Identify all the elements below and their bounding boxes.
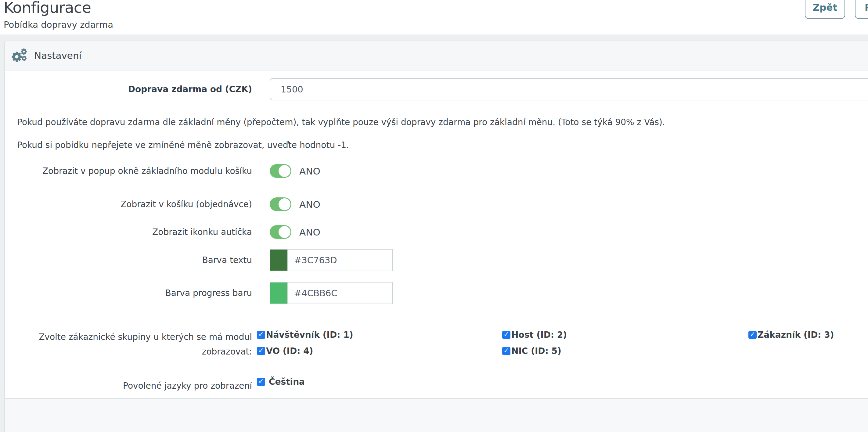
form-row-text-color: Barva textu — [5, 249, 868, 271]
progressbar-color-swatch — [270, 282, 288, 304]
progressbar-color-label: Barva progress baru — [5, 286, 252, 300]
progressbar-color-value-input[interactable] — [288, 282, 406, 304]
gears-icon — [11, 48, 27, 63]
checkbox-checked-icon[interactable]: ✓ — [257, 347, 265, 355]
panel-body: Doprava zdarma od (CZK) Pokud používáte … — [5, 70, 868, 398]
toggle-knob — [279, 165, 290, 177]
settings-panel: Nastavení Doprava zdarma od (CZK) Pokud … — [4, 40, 868, 432]
customer-groups-label: Zvolte zákaznické skupiny u kterých se m… — [5, 328, 252, 359]
page-title: Konfigurace — [4, 0, 91, 17]
show-cart-label: Zobrazit v košíku (objednávce) — [5, 198, 252, 211]
page-header: Konfigurace Pobídka dopravy zdarma Zpět … — [0, 0, 868, 34]
text-color-value-input[interactable] — [288, 250, 406, 271]
form-row-show-popup: Zobrazit v popup okně základního modulu … — [5, 164, 868, 178]
form-row-shipping-amount: Doprava zdarma od (CZK) — [5, 78, 868, 100]
form-row-customer-groups: Zvolte zákaznické skupiny u kterých se m… — [5, 328, 868, 359]
help-text-hide-value: Pokud si pobídku nepřejete ve zmíněné mě… — [17, 140, 868, 150]
group-option-zakaznik[interactable]: ✓ Zákazník (ID: 3) — [748, 328, 868, 341]
show-popup-toggle[interactable] — [270, 164, 291, 178]
show-cart-state: ANO — [299, 199, 320, 210]
form-row-show-car-icon: Zobrazit ikonku autíčka ANO — [5, 225, 868, 239]
group-option-label: VO (ID: 4) — [266, 346, 313, 356]
group-option-vo[interactable]: ✓ VO (ID: 4) — [257, 344, 502, 358]
checkbox-checked-icon[interactable]: ✓ — [257, 331, 265, 339]
customer-groups-grid: ✓ Návštěvník (ID: 1) ✓ Host (ID: 2) ✓ Zá… — [257, 328, 868, 358]
page-subtitle: Pobídka dopravy zdarma — [4, 20, 113, 30]
show-car-icon-state: ANO — [299, 227, 320, 238]
checkbox-checked-icon[interactable]: ✓ — [257, 378, 265, 386]
text-color-label: Barva textu — [5, 253, 252, 267]
group-option-label: Host (ID: 2) — [512, 330, 567, 340]
show-cart-toggle[interactable] — [270, 197, 291, 211]
toggle-knob — [279, 226, 290, 238]
form-row-show-cart: Zobrazit v košíku (objednávce) ANO — [5, 197, 868, 211]
panel-footer — [5, 398, 868, 432]
language-option-label: Čeština — [269, 377, 305, 387]
group-option-label: Návštěvník (ID: 1) — [266, 330, 353, 340]
checkbox-checked-icon[interactable]: ✓ — [748, 331, 757, 339]
clipped-edge-button[interactable]: P — [855, 0, 868, 19]
shipping-amount-input[interactable] — [270, 78, 868, 100]
group-option-host[interactable]: ✓ Host (ID: 2) — [502, 328, 748, 341]
group-option-label: Zákazník (ID: 3) — [757, 330, 834, 340]
form-row-languages: Povolené jazyky pro zobrazení ✓ Čeština — [5, 375, 868, 393]
show-popup-state: ANO — [299, 166, 320, 177]
show-car-icon-toggle[interactable] — [270, 225, 291, 239]
help-text-base-currency: Pokud používáte dopravu zdarma dle zákla… — [17, 117, 868, 127]
show-car-icon-label: Zobrazit ikonku autíčka — [5, 225, 252, 239]
text-color-swatch — [270, 250, 288, 271]
group-option-navstevnik[interactable]: ✓ Návštěvník (ID: 1) — [257, 328, 502, 341]
checkbox-checked-icon[interactable]: ✓ — [502, 331, 510, 339]
progressbar-color-input-group[interactable] — [270, 282, 393, 304]
form-row-progressbar-color: Barva progress baru — [5, 282, 868, 304]
shipping-amount-label: Doprava zdarma od (CZK) — [5, 83, 252, 96]
panel-title: Nastavení — [34, 50, 82, 61]
group-option-nic[interactable]: ✓ NIC (ID: 5) — [502, 344, 748, 358]
languages-label: Povolené jazyky pro zobrazení — [5, 375, 252, 393]
text-color-input-group[interactable] — [270, 249, 393, 271]
back-button[interactable]: Zpět — [805, 0, 845, 19]
panel-header: Nastavení — [5, 41, 868, 70]
show-popup-label: Zobrazit v popup okně základního modulu … — [5, 164, 252, 178]
checkbox-checked-icon[interactable]: ✓ — [502, 347, 510, 355]
toggle-knob — [279, 198, 290, 210]
group-option-label: NIC (ID: 5) — [512, 346, 561, 356]
language-option-cestina[interactable]: ✓ Čeština — [257, 375, 305, 389]
